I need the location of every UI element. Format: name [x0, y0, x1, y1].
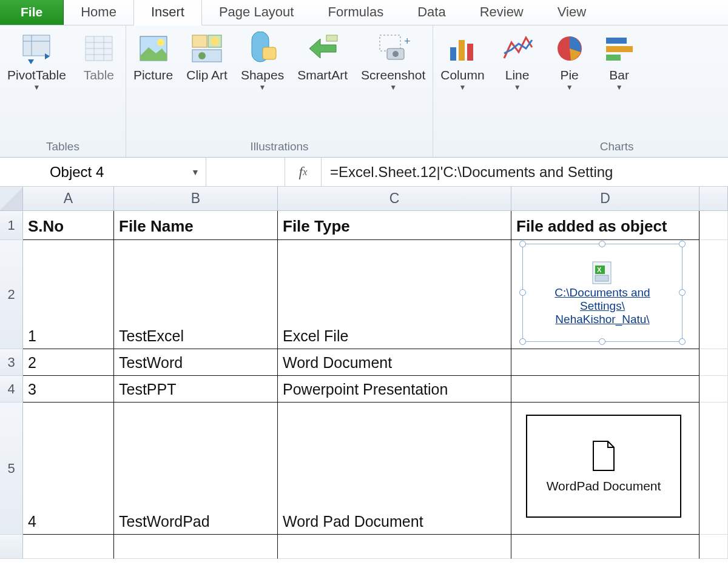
fx-icon[interactable]: fx — [285, 158, 322, 186]
table-icon — [82, 32, 116, 65]
chart-line-label: Line — [505, 68, 530, 82]
cell-C2[interactable]: Excel File — [278, 240, 511, 349]
cell-D5[interactable]: WordPad Document — [511, 403, 699, 535]
row-header-4[interactable]: 4 — [0, 376, 23, 403]
resize-handle[interactable] — [519, 338, 526, 345]
cell-A4[interactable]: 3 — [23, 376, 114, 403]
tab-page-layout[interactable]: Page Layout — [202, 0, 311, 25]
clipart-button[interactable]: Clip Art — [181, 29, 232, 138]
cell-E6[interactable] — [699, 535, 728, 559]
cell-E1[interactable] — [699, 211, 728, 240]
cell-D1[interactable]: File added as object — [511, 211, 699, 240]
ribbon-group-tables: PivotTable ▼ Table Tables — [0, 25, 126, 157]
chart-line-button[interactable]: Line ▼ — [493, 29, 542, 138]
cell-E4[interactable] — [699, 376, 728, 403]
shapes-button[interactable]: Shapes ▼ — [236, 29, 289, 138]
cell-B2[interactable]: TestExcel — [114, 240, 278, 349]
chart-pie-button[interactable]: Pie ▼ — [545, 29, 594, 138]
cell-D4[interactable] — [511, 376, 699, 403]
svg-rect-16 — [263, 47, 276, 59]
row-header-5[interactable]: 5 — [0, 403, 23, 535]
embedded-object-excel[interactable]: X C:\Documents and Settings\ NehaKishor_… — [522, 244, 682, 342]
pivottable-label: PivotTable — [7, 68, 66, 82]
resize-handle[interactable] — [679, 241, 686, 247]
tab-home[interactable]: Home — [64, 0, 133, 25]
col-header-extra[interactable] — [699, 187, 728, 210]
cell-B1[interactable]: File Name — [114, 211, 278, 240]
cell-E5[interactable] — [699, 403, 728, 535]
smartart-button[interactable]: SmartArt — [292, 29, 352, 138]
row-header-1[interactable]: 1 — [0, 211, 23, 240]
col-header-B[interactable]: B — [114, 187, 278, 210]
chart-column-button[interactable]: Column ▼ — [436, 29, 489, 138]
col-header-C[interactable]: C — [278, 187, 511, 210]
smartart-icon — [306, 32, 340, 65]
cell-B6[interactable] — [114, 535, 278, 559]
column-headers: A B C D — [0, 187, 728, 211]
resize-handle[interactable] — [519, 289, 526, 296]
cell-A6[interactable] — [23, 535, 114, 559]
cell-B4[interactable]: TestPPT — [114, 376, 278, 403]
formula-input[interactable] — [322, 158, 728, 186]
picture-button[interactable]: Picture — [129, 29, 178, 138]
svg-rect-14 — [192, 50, 221, 62]
resize-handle[interactable] — [519, 241, 526, 247]
cell-B3[interactable]: TestWord — [114, 349, 278, 376]
cell-C3[interactable]: Word Document — [278, 349, 511, 376]
cell-A5[interactable]: 4 — [23, 403, 114, 535]
col-header-D[interactable]: D — [511, 187, 699, 210]
chart-bar-button[interactable]: Bar ▼ — [598, 29, 641, 138]
table-button[interactable]: Table — [75, 29, 123, 138]
cell-D3[interactable] — [511, 349, 699, 376]
cell-C1[interactable]: File Type — [278, 211, 511, 240]
cell-B5[interactable]: TestWordPad — [114, 403, 278, 535]
tab-review[interactable]: Review — [463, 0, 541, 25]
chart-pie-label: Pie — [560, 68, 578, 82]
picture-icon — [136, 32, 170, 65]
cell-A1[interactable]: S.No — [23, 211, 114, 240]
tab-insert[interactable]: Insert — [133, 0, 202, 25]
svg-rect-0 — [23, 35, 50, 56]
shapes-icon — [246, 32, 280, 65]
cell-A3[interactable]: 2 — [23, 349, 114, 376]
dropdown-arrow-icon: ▼ — [514, 83, 521, 92]
clipart-label: Clip Art — [186, 68, 228, 82]
pivottable-button[interactable]: PivotTable ▼ — [2, 29, 71, 138]
svg-rect-11 — [192, 35, 207, 47]
select-all-corner[interactable] — [0, 187, 23, 210]
svg-rect-28 — [606, 55, 621, 61]
row-header-3[interactable]: 3 — [0, 349, 23, 376]
cell-A2[interactable]: 1 — [23, 240, 114, 349]
chart-bar-icon — [602, 32, 636, 65]
chart-pie-icon — [553, 32, 587, 65]
name-box[interactable]: Object 4 ▼ — [0, 158, 206, 186]
cell-C6[interactable] — [278, 535, 511, 559]
row-header-6[interactable] — [0, 535, 23, 559]
cell-E3[interactable] — [699, 349, 728, 376]
cell-D6[interactable] — [511, 535, 699, 559]
svg-point-10 — [157, 39, 164, 46]
resize-handle[interactable] — [599, 241, 605, 247]
cell-E2[interactable] — [699, 240, 728, 349]
tab-view[interactable]: View — [541, 0, 603, 25]
resize-handle[interactable] — [679, 338, 686, 345]
picture-label: Picture — [133, 68, 173, 82]
row-header-2[interactable]: 2 — [0, 240, 23, 349]
cell-D2[interactable]: X C:\Documents and Settings\ NehaKishor_… — [511, 240, 699, 349]
cell-C5[interactable]: Word Pad Document — [278, 403, 511, 535]
tab-data[interactable]: Data — [400, 0, 462, 25]
tab-file[interactable]: File — [0, 0, 64, 25]
resize-handle[interactable] — [599, 338, 605, 345]
chart-bar-label: Bar — [609, 68, 629, 82]
resize-handle[interactable] — [679, 289, 686, 296]
cell-C4[interactable]: Powerpoint Presentation — [278, 376, 511, 403]
excel-file-icon: X — [589, 259, 616, 286]
worksheet[interactable]: A B C D 1 S.No File Name File Type File … — [0, 187, 728, 559]
col-header-A[interactable]: A — [23, 187, 114, 210]
svg-rect-17 — [326, 35, 337, 41]
dropdown-arrow-icon: ▼ — [259, 83, 266, 92]
screenshot-button[interactable]: + Screenshot ▼ — [356, 29, 430, 138]
embedded-object-wordpad[interactable]: WordPad Document — [526, 415, 681, 518]
name-box-dropdown-icon[interactable]: ▼ — [191, 167, 200, 177]
tab-formulas[interactable]: Formulas — [311, 0, 400, 25]
